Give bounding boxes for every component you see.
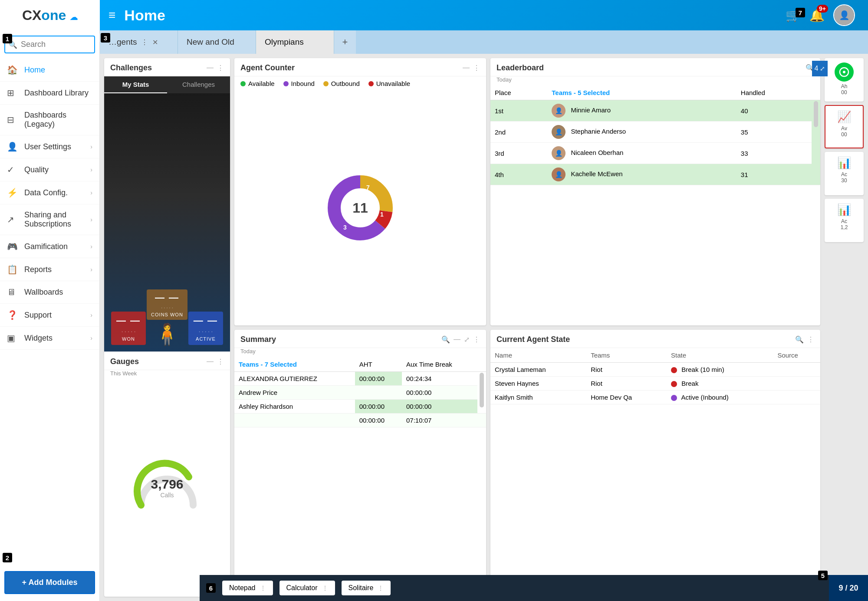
- tab-agents-close[interactable]: ✕: [152, 38, 158, 46]
- as-row-2: Kaitlyn Smith Home Dev Qa Active (Inboun…: [490, 390, 820, 404]
- as-source-0: [773, 362, 820, 376]
- sidebar-item-sharing[interactable]: ↗ Sharing and Subscriptions ›: [0, 204, 99, 235]
- summary-total-aht: 00:00:00: [355, 413, 402, 427]
- sidebar-label-data-config: Data Config.: [24, 188, 90, 197]
- agent-counter-minimize[interactable]: —: [463, 64, 470, 72]
- agent-counter-menu[interactable]: ⋮: [473, 64, 480, 72]
- calculator-label: Calculator: [286, 584, 318, 592]
- sidebar-label-dashboard-library: Dashboard Library: [24, 89, 92, 98]
- challenges-tab-mystats[interactable]: My Stats: [104, 76, 167, 93]
- inbound-label: Inbound: [291, 80, 315, 87]
- sidebar-item-widgets[interactable]: ▣ Widgets ›: [0, 327, 99, 350]
- sidebar-item-user-settings[interactable]: 👤 User Settings ›: [0, 135, 99, 158]
- sidebar-label-gamification: Gamification: [24, 242, 90, 251]
- stat-active: — — · · · · · ACTIVE: [188, 312, 223, 345]
- agent-state-title: Current Agent State: [496, 335, 795, 344]
- summary-search[interactable]: 🔍: [441, 335, 450, 344]
- as-name-2: Kaitlyn Smith: [490, 390, 586, 404]
- agent-state-table-wrap: Name Teams State Source Crystal Lameman …: [490, 348, 820, 597]
- gamification-icon: 🎮: [7, 241, 19, 252]
- as-teams-1: Riot: [586, 376, 667, 390]
- gauges-title: Gauges: [110, 357, 207, 366]
- outbound-dot: [323, 81, 329, 86]
- gauges-subtitle: This Week: [104, 370, 230, 379]
- as-source-1: [773, 376, 820, 390]
- svg-text:3: 3: [343, 224, 347, 231]
- lb-col-handled: Handled: [736, 85, 812, 100]
- solitaire-tool[interactable]: Solitaire ⋮: [342, 581, 391, 595]
- widgets-icon: ▣: [7, 333, 19, 343]
- lb-place-2: 3rd: [490, 143, 547, 164]
- agent-state-search[interactable]: 🔍: [795, 335, 804, 344]
- gauge-container: 3,796 Calls: [104, 379, 230, 597]
- summary-expand[interactable]: ⤢: [464, 335, 470, 344]
- challenges-tab-challenges[interactable]: Challenges: [167, 76, 230, 93]
- gauges-menu[interactable]: ⋮: [217, 358, 224, 366]
- as-row-0: Crystal Lameman Riot Break (10 min): [490, 362, 820, 376]
- as-col-teams: Teams: [586, 348, 667, 363]
- home-icon: 🏠: [7, 65, 19, 75]
- agent-counter-actions: — ⋮: [463, 64, 480, 72]
- avatar[interactable]: 👤: [833, 4, 855, 26]
- header: CXone ☁ ≡ Home 🛒 🔔 9+ 👤: [0, 0, 868, 30]
- lb-scrollbar[interactable]: [812, 100, 820, 185]
- lb-handled-1: 35: [736, 122, 812, 143]
- support-arrow: ›: [90, 312, 92, 319]
- search-input[interactable]: [4, 36, 95, 53]
- sidebar-item-support[interactable]: ❓ Support ›: [0, 304, 99, 327]
- annotation-3: 3: [101, 33, 110, 43]
- lb-name-3: 👤 Kachelle McEwen: [547, 164, 736, 185]
- sidebar-item-quality[interactable]: ✓ Quality ›: [0, 158, 99, 181]
- as-col-name: Name: [490, 348, 586, 363]
- challenges-minimize[interactable]: —: [207, 64, 214, 72]
- lb-scroll-col: [812, 85, 820, 100]
- summary-scrollbar[interactable]: [477, 371, 486, 413]
- tab-add-button[interactable]: +: [334, 30, 356, 54]
- agent-counter-title: Agent Counter: [240, 63, 463, 72]
- bottom-bar: 6 Notepad ⋮ Calculator ⋮ Solitaire ⋮ 5 9…: [200, 575, 868, 601]
- summary-scroll-col: [477, 357, 486, 372]
- gauges-minimize[interactable]: —: [207, 358, 214, 366]
- summary-menu[interactable]: ⋮: [473, 335, 480, 344]
- sidebar-item-dashboards-legacy[interactable]: ⊟ Dashboards (Legacy): [0, 105, 99, 135]
- sidebar-item-wallboards[interactable]: 🖥 Wallboards: [0, 281, 99, 304]
- notepad-tool[interactable]: Notepad ⋮: [222, 581, 273, 595]
- calculator-menu[interactable]: ⋮: [322, 585, 328, 591]
- logo-one: one: [41, 7, 66, 23]
- gamification-arrow: ›: [90, 243, 92, 250]
- donut-center: 11: [352, 200, 368, 216]
- solitaire-menu[interactable]: ⋮: [378, 585, 384, 591]
- tab-olympians[interactable]: Olympians: [256, 30, 334, 54]
- annotation-5: 5: [818, 571, 828, 580]
- lb-col-place: Place: [490, 85, 547, 100]
- tab-agents-menu[interactable]: ⋮: [141, 38, 148, 46]
- sidebar-item-home[interactable]: 🏠 Home: [0, 59, 99, 82]
- sidebar-item-gamification[interactable]: 🎮 Gamification ›: [0, 235, 99, 258]
- leaderboard-table: Place Teams - 5 Selected Handled 1st 👤 M…: [490, 85, 820, 325]
- summary-minimize[interactable]: —: [454, 335, 460, 344]
- summary-row-2: Ashley Richardson 00:00:00 00:00:00: [234, 399, 486, 413]
- sidebar-item-dashboard-library[interactable]: ⊞ Dashboard Library: [0, 82, 99, 105]
- add-modules-button[interactable]: + Add Modules: [4, 571, 95, 594]
- avatar-0: 👤: [552, 104, 566, 118]
- as-name-1: Steven Haynes: [490, 376, 586, 390]
- sharing-icon: ↗: [7, 214, 19, 225]
- sidebar-item-reports[interactable]: 📋 Reports ›: [0, 258, 99, 281]
- annotation-2: 2: [3, 553, 12, 562]
- challenges-menu[interactable]: ⋮: [217, 64, 224, 72]
- logo[interactable]: CXone ☁: [0, 0, 100, 30]
- summary-header: Summary 🔍 — ⤢ ⋮: [234, 330, 486, 348]
- notepad-menu[interactable]: ⋮: [260, 585, 266, 591]
- tab-agents[interactable]: …gents ⋮ ✕: [100, 30, 178, 54]
- summary-row-1: Andrew Price 00:00:00: [234, 385, 486, 399]
- menu-button[interactable]: ≡: [108, 9, 115, 21]
- summary-table: Teams - 7 Selected AHT Aux Time Break AL…: [234, 357, 486, 597]
- lb-place-0: 1st: [490, 100, 547, 122]
- tab-new-old[interactable]: New and Old: [178, 30, 256, 54]
- calculator-tool[interactable]: Calculator ⋮: [279, 581, 335, 595]
- summary-header-row: Teams - 7 Selected AHT Aux Time Break: [234, 357, 486, 372]
- sidebar-item-data-config[interactable]: ⚡ Data Config. ›: [0, 181, 99, 204]
- bell-icon[interactable]: 🔔 9+: [809, 8, 825, 23]
- lb-place-3: 4th: [490, 164, 547, 185]
- agent-state-menu[interactable]: ⋮: [807, 335, 814, 344]
